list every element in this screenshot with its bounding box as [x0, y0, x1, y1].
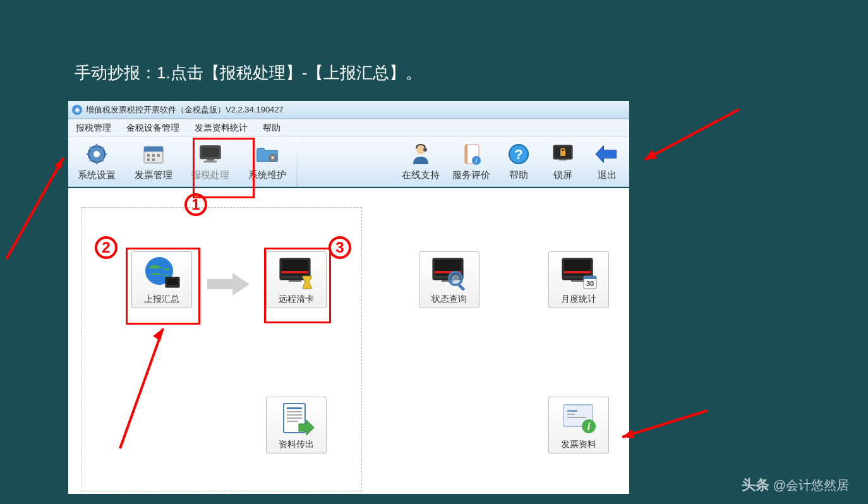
red-arrow-top-right: [632, 104, 745, 180]
svg-rect-12: [204, 160, 217, 162]
toolbar-label: 帮助: [509, 169, 528, 181]
watermark: 头条 @会计悠然居: [742, 476, 849, 495]
toolbar: 系统设置 发票管理 报税处理 系统维护: [68, 136, 629, 187]
notebook-icon: i: [459, 141, 484, 167]
svg-rect-3: [144, 147, 163, 152]
toolbar-lock-screen[interactable]: 锁屏: [541, 136, 585, 186]
tile-label: 发票资料: [561, 439, 596, 450]
tile-remote-clear[interactable]: 远程清卡: [266, 251, 327, 308]
toolbar-tax-process[interactable]: 报税处理: [182, 136, 239, 186]
toolbar-system-settings[interactable]: 系统设置: [68, 136, 125, 186]
svg-line-66: [622, 411, 708, 437]
svg-rect-32: [282, 271, 308, 273]
globe-monitor-icon: [142, 256, 182, 291]
menu-device-mgmt[interactable]: 金税设备管理: [119, 119, 187, 136]
window-title: 增值税发票税控开票软件（金税盘版）V2.2.34.190427: [86, 104, 284, 116]
toolbar-label: 锁屏: [553, 169, 572, 181]
svg-rect-52: [287, 417, 302, 419]
instruction-text: 手动抄报：1.点击【报税处理】-【上报汇总】。: [75, 62, 422, 84]
svg-marker-63: [644, 150, 657, 160]
menu-invoice-stats[interactable]: 发票资料统计: [187, 119, 255, 136]
svg-line-62: [644, 109, 739, 160]
monitor-icon: [198, 141, 223, 167]
monitor-search-icon: [429, 256, 469, 291]
svg-rect-4: [147, 154, 150, 157]
toolbar-separator: [296, 136, 298, 186]
svg-rect-40: [457, 284, 465, 291]
toolbar-left-group: 系统设置 发票管理 报税处理 系统维护: [68, 136, 296, 186]
toolbar-label: 在线支持: [402, 169, 440, 181]
tile-upload-summary[interactable]: 上报汇总: [131, 251, 192, 308]
toolbar-help[interactable]: ? 帮助: [497, 136, 541, 186]
svg-point-39: [451, 274, 460, 283]
monitor-calendar-icon: 30: [558, 256, 599, 291]
tile-label: 资料传出: [279, 439, 314, 450]
tile-status-query[interactable]: 状态查询: [419, 251, 479, 308]
arrow-right-icon: [204, 270, 255, 301]
svg-point-16: [423, 148, 427, 152]
svg-rect-33: [289, 280, 301, 282]
toolbar-online-support[interactable]: 在线支持: [395, 136, 446, 186]
svg-rect-50: [287, 411, 302, 412]
svg-rect-5: [152, 154, 155, 157]
content-area: 上报汇总 远程清卡 状态查询 30 月度统计 资料传出 i 发票: [68, 188, 629, 494]
tile-data-export[interactable]: 资料传出: [266, 397, 327, 453]
svg-rect-53: [287, 421, 298, 422]
svg-rect-7: [147, 159, 150, 161]
help-icon: ?: [506, 141, 531, 167]
calendar-icon: [141, 141, 166, 167]
svg-rect-46: [584, 276, 596, 279]
toolbar-label: 报税处理: [191, 169, 229, 181]
tile-monthly-stats[interactable]: 30 月度统计: [548, 251, 609, 308]
toolbar-exit[interactable]: 退出: [585, 136, 629, 186]
tile-label: 月度统计: [561, 294, 596, 305]
svg-marker-61: [54, 158, 63, 169]
monitor-hourglass-icon: [276, 256, 316, 291]
svg-text:30: 30: [586, 280, 594, 287]
menu-tax-mgmt[interactable]: 报税管理: [68, 119, 119, 136]
svg-rect-44: [571, 280, 584, 282]
annotation-number-3: 3: [329, 236, 351, 259]
watermark-account: @会计悠然居: [773, 477, 849, 494]
lock-screen-icon: [550, 141, 576, 167]
invoice-info-icon: i: [558, 401, 599, 436]
tile-label: 上报汇总: [144, 294, 179, 305]
menu-help[interactable]: 帮助: [255, 119, 288, 136]
svg-point-14: [272, 157, 274, 159]
toolbar-label: 退出: [598, 169, 617, 181]
toolbar-label: 系统设置: [78, 169, 116, 181]
svg-line-60: [6, 158, 63, 259]
tile-invoice-data[interactable]: i 发票资料: [548, 397, 609, 453]
folder-gear-icon: [255, 141, 280, 167]
toolbar-system-maint[interactable]: 系统维护: [239, 136, 296, 186]
tile-label: 状态查询: [431, 294, 467, 305]
svg-rect-56: [567, 414, 575, 415]
svg-rect-10: [202, 148, 219, 157]
svg-rect-18: [465, 145, 467, 164]
svg-rect-25: [559, 159, 567, 160]
title-bar: ◉ 增值税发票税控开票软件（金税盘版）V2.2.34.190427: [68, 101, 629, 119]
toolbar-label: 发票管理: [135, 169, 172, 181]
svg-rect-55: [567, 410, 577, 412]
svg-rect-26: [560, 151, 565, 156]
tile-label: 远程清卡: [279, 294, 314, 305]
watermark-logo: 头条: [742, 476, 769, 495]
document-export-icon: [276, 401, 316, 436]
menu-bar: 报税管理 金税设备管理 发票资料统计 帮助: [68, 119, 629, 136]
toolbar-service-rating[interactable]: i 服务评价: [446, 136, 497, 186]
toolbar-label: 系统维护: [248, 169, 286, 181]
annotation-number-1: 1: [184, 193, 207, 216]
svg-rect-8: [152, 159, 155, 161]
annotation-number-2: 2: [95, 236, 118, 259]
toolbar-label: 服务评价: [452, 169, 490, 181]
support-person-icon: [408, 141, 433, 167]
toolbar-invoice-mgmt[interactable]: 发票管理: [125, 136, 182, 186]
svg-text:?: ?: [514, 147, 522, 162]
red-arrow-top-left: [0, 139, 76, 265]
svg-rect-43: [564, 271, 591, 273]
svg-rect-57: [567, 417, 586, 418]
app-icon: ◉: [72, 105, 82, 115]
exit-arrow-icon: [594, 141, 620, 167]
svg-rect-6: [157, 154, 160, 157]
svg-point-1: [93, 151, 100, 157]
